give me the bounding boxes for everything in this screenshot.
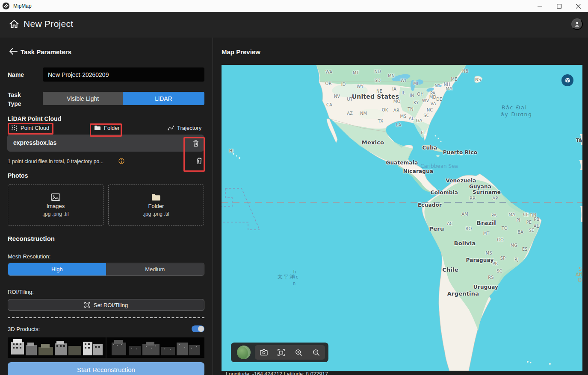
images-dropzone-label: Images (47, 203, 65, 209)
app-logo-icon (2, 2, 10, 10)
point-cloud-file-row: expressbox.las (7, 135, 204, 152)
minimize-icon (538, 4, 542, 9)
trash-icon (192, 140, 199, 147)
images-dropzone[interactable]: Images .jpg .png .tif (8, 185, 103, 226)
trajectory-button[interactable]: Trajectory (168, 125, 201, 131)
map-preview-panel: Map Preview (213, 38, 588, 375)
image-icon (51, 193, 60, 201)
close-icon (576, 4, 581, 9)
folder-icon (94, 125, 101, 131)
point-cloud-button[interactable]: Point Cloud (11, 125, 49, 131)
photos-section-title: Photos (8, 172, 28, 179)
mesh-resolution-segmented: High Medium (8, 263, 204, 276)
window-close-button[interactable] (569, 0, 588, 12)
product-thumbnail-pointcloud (106, 337, 204, 358)
user-avatar[interactable] (571, 18, 583, 30)
trash-icon (196, 157, 203, 164)
file-name: expressbox.las (13, 139, 56, 146)
set-roi-button[interactable]: Set ROI/Tiling (8, 299, 204, 311)
map-tool-group (255, 345, 325, 360)
toggle-knob (198, 326, 204, 332)
basemap-thumbnail[interactable] (237, 346, 251, 359)
fit-extent-icon (278, 349, 285, 356)
mesh-medium-button[interactable]: Medium (106, 263, 204, 275)
delete-all-button[interactable] (193, 155, 205, 167)
app-header: New Project (0, 12, 588, 38)
summary-text: 1 point cloud files in total, 0 trajecto… (8, 158, 103, 164)
window-minimize-button[interactable] (530, 0, 550, 12)
trajectory-button-label: Trajectory (177, 125, 201, 131)
home-icon (9, 19, 19, 29)
folder-button-label: Folder (104, 125, 120, 131)
app-window: MipMap New Project (0, 0, 588, 375)
name-label: Name (8, 71, 24, 78)
start-reconstruction-button[interactable]: Start Reconstruction (8, 362, 204, 375)
zoom-in-button[interactable] (292, 346, 306, 359)
task-type-visible-light-button[interactable]: Visible Light (43, 92, 123, 105)
title-bar: MipMap (0, 0, 588, 12)
maximize-icon (557, 4, 561, 9)
task-parameters-panel: Task Parameters Name Task Type Visible L… (0, 38, 213, 375)
fit-extent-button[interactable] (275, 346, 288, 359)
app-title: MipMap (13, 3, 32, 9)
product-thumbnail-mesh (8, 337, 106, 358)
mesh-high-button[interactable]: High (8, 263, 106, 275)
roi-tiling-label: ROI/Tiling: (8, 289, 34, 295)
zoom-out-button[interactable] (310, 346, 323, 359)
camera-icon (260, 349, 268, 356)
map-canvas[interactable]: WAMTNDMNWIMIMENHMANBNSORIDWYSDIAILNYNEIN… (222, 65, 582, 371)
home-button[interactable] (9, 19, 20, 30)
trajectory-icon (168, 125, 174, 131)
coordinates-readout: Longitude: -164.424712 Latitude: 8.02291… (226, 371, 328, 375)
info-icon[interactable] (118, 158, 124, 166)
back-arrow-icon (9, 48, 18, 55)
section-divider (8, 317, 204, 318)
scatter-dots-icon (11, 125, 18, 131)
photos-folder-formats: .jpg .png .tif (143, 211, 169, 217)
crop-frame-icon (84, 302, 90, 308)
map-layers-button[interactable] (561, 74, 573, 86)
zoom-out-icon (313, 349, 320, 356)
delete-file-button[interactable] (190, 137, 202, 149)
lidar-section-title: LiDAR Point Cloud (8, 115, 61, 122)
task-type-lidar-button[interactable]: LiDAR (123, 92, 204, 105)
products-toggle[interactable] (192, 325, 204, 332)
map-toolbar (231, 343, 328, 362)
photos-folder-dropzone[interactable]: Folder .jpg .png .tif (108, 185, 204, 226)
task-type-label: Task Type (8, 91, 27, 108)
reconstruction-title: Reconstruction (8, 235, 55, 242)
mesh-resolution-label: Mesh Resolution: (8, 253, 50, 260)
folder-button[interactable]: Folder (94, 125, 120, 131)
zoom-in-icon (295, 349, 302, 356)
person-icon (574, 21, 580, 27)
task-type-segmented: Visible Light LiDAR (43, 92, 204, 105)
products-label: 3D Products: (8, 326, 40, 332)
page-title: New Project (24, 19, 74, 29)
folder-icon (151, 193, 161, 201)
map-preview-title: Map Preview (222, 48, 260, 56)
photos-folder-label: Folder (148, 203, 164, 209)
map-land-graphics (222, 65, 582, 371)
project-name-input[interactable] (43, 67, 204, 82)
set-roi-button-label: Set ROI/Tiling (94, 302, 128, 308)
window-maximize-button[interactable] (550, 0, 569, 12)
back-button[interactable] (9, 48, 18, 56)
cube-3d-icon (564, 77, 571, 84)
panel-title: Task Parameters (21, 48, 71, 56)
images-dropzone-formats: .jpg .png .tif (42, 211, 69, 217)
screenshot-button[interactable] (257, 346, 271, 359)
point-cloud-button-label: Point Cloud (21, 125, 49, 131)
